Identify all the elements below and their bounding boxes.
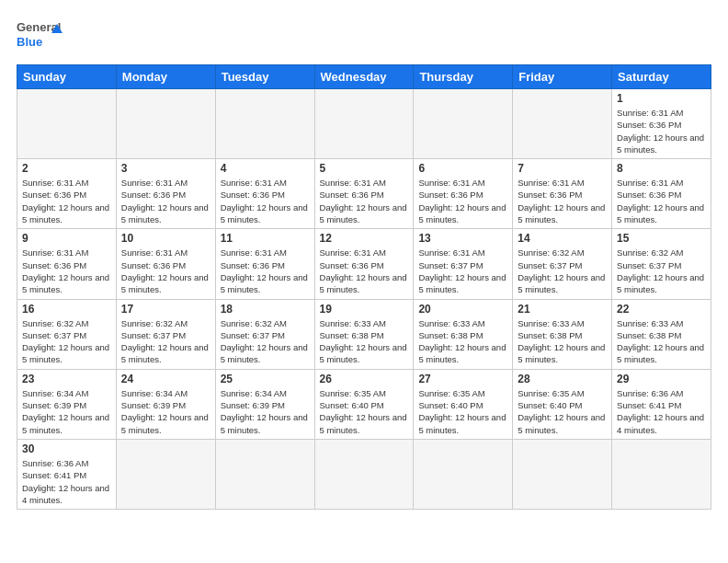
day-info: Sunrise: 6:33 AMSunset: 6:38 PMDaylight:…: [518, 317, 607, 366]
day-info: Sunrise: 6:31 AMSunset: 6:36 PMDaylight:…: [617, 177, 706, 225]
day-cell: 30Sunrise: 6:36 AMSunset: 6:41 PMDayligh…: [17, 439, 117, 509]
day-number: 8: [617, 162, 706, 175]
day-info: Sunrise: 6:33 AMSunset: 6:38 PMDaylight:…: [617, 317, 706, 366]
day-info: Sunrise: 6:32 AMSunset: 6:37 PMDaylight:…: [22, 317, 111, 366]
page: General Blue SundayMondayTuesdayWednesda…: [0, 0, 728, 563]
day-cell: 8Sunrise: 6:31 AMSunset: 6:36 PMDaylight…: [612, 159, 711, 229]
day-info: Sunrise: 6:36 AMSunset: 6:41 PMDaylight:…: [617, 387, 706, 436]
day-info: Sunrise: 6:34 AMSunset: 6:39 PMDaylight:…: [121, 387, 210, 436]
day-info: Sunrise: 6:31 AMSunset: 6:36 PMDaylight:…: [221, 247, 310, 295]
day-cell: [314, 439, 414, 509]
header: General Blue: [17, 17, 711, 55]
day-cell: [513, 439, 612, 509]
day-info: Sunrise: 6:31 AMSunset: 6:36 PMDaylight:…: [617, 107, 706, 155]
day-info: Sunrise: 6:31 AMSunset: 6:36 PMDaylight:…: [320, 177, 409, 225]
day-number: 13: [418, 232, 507, 245]
day-info: Sunrise: 6:35 AMSunset: 6:40 PMDaylight:…: [518, 387, 607, 436]
day-number: 3: [121, 162, 210, 175]
week-row-5: 23Sunrise: 6:34 AMSunset: 6:39 PMDayligh…: [17, 369, 711, 439]
weekday-sunday: Sunday: [17, 65, 117, 89]
day-cell: 5Sunrise: 6:31 AMSunset: 6:36 PMDaylight…: [314, 159, 414, 229]
day-number: 20: [418, 303, 507, 316]
day-cell: 26Sunrise: 6:35 AMSunset: 6:40 PMDayligh…: [314, 369, 414, 439]
day-number: 11: [221, 232, 310, 245]
day-number: 6: [418, 162, 507, 175]
day-number: 4: [221, 162, 310, 175]
day-cell: [414, 439, 513, 509]
weekday-thursday: Thursday: [414, 65, 513, 89]
day-info: Sunrise: 6:32 AMSunset: 6:37 PMDaylight:…: [617, 247, 706, 295]
day-info: Sunrise: 6:32 AMSunset: 6:37 PMDaylight:…: [121, 317, 210, 366]
day-number: 25: [221, 373, 310, 385]
day-info: Sunrise: 6:31 AMSunset: 6:36 PMDaylight:…: [121, 247, 210, 295]
week-row-2: 2Sunrise: 6:31 AMSunset: 6:36 PMDaylight…: [17, 159, 711, 229]
day-cell: 18Sunrise: 6:32 AMSunset: 6:37 PMDayligh…: [215, 299, 314, 369]
day-cell: [215, 439, 314, 509]
day-info: Sunrise: 6:33 AMSunset: 6:38 PMDaylight:…: [320, 317, 409, 366]
day-info: Sunrise: 6:31 AMSunset: 6:36 PMDaylight:…: [22, 177, 111, 225]
week-row-3: 9Sunrise: 6:31 AMSunset: 6:36 PMDaylight…: [17, 229, 711, 299]
day-number: 23: [22, 373, 111, 385]
day-number: 14: [518, 232, 607, 245]
logo-svg: General Blue: [17, 17, 63, 55]
day-cell: 4Sunrise: 6:31 AMSunset: 6:36 PMDaylight…: [215, 159, 314, 229]
day-info: Sunrise: 6:32 AMSunset: 6:37 PMDaylight:…: [221, 317, 310, 366]
day-cell: 24Sunrise: 6:34 AMSunset: 6:39 PMDayligh…: [116, 369, 215, 439]
day-info: Sunrise: 6:31 AMSunset: 6:36 PMDaylight:…: [320, 247, 409, 295]
day-number: 1: [617, 92, 706, 105]
week-row-6: 30Sunrise: 6:36 AMSunset: 6:41 PMDayligh…: [17, 439, 711, 509]
day-number: 10: [121, 232, 210, 245]
day-cell: 28Sunrise: 6:35 AMSunset: 6:40 PMDayligh…: [513, 369, 612, 439]
day-number: 7: [518, 162, 607, 175]
day-cell: 12Sunrise: 6:31 AMSunset: 6:36 PMDayligh…: [314, 229, 414, 299]
day-cell: [314, 89, 414, 159]
weekday-monday: Monday: [116, 65, 215, 89]
day-cell: 19Sunrise: 6:33 AMSunset: 6:38 PMDayligh…: [314, 299, 414, 369]
day-number: 9: [22, 232, 111, 245]
logo: General Blue: [17, 17, 63, 55]
day-cell: 27Sunrise: 6:35 AMSunset: 6:40 PMDayligh…: [414, 369, 513, 439]
day-cell: 11Sunrise: 6:31 AMSunset: 6:36 PMDayligh…: [215, 229, 314, 299]
day-cell: 25Sunrise: 6:34 AMSunset: 6:39 PMDayligh…: [215, 369, 314, 439]
day-cell: 10Sunrise: 6:31 AMSunset: 6:36 PMDayligh…: [116, 229, 215, 299]
day-number: 26: [320, 373, 409, 385]
day-info: Sunrise: 6:36 AMSunset: 6:41 PMDaylight:…: [22, 457, 111, 506]
day-cell: [17, 89, 117, 159]
day-cell: 13Sunrise: 6:31 AMSunset: 6:37 PMDayligh…: [414, 229, 513, 299]
day-cell: [116, 89, 215, 159]
day-number: 19: [320, 303, 409, 316]
day-number: 5: [320, 162, 409, 175]
day-number: 15: [617, 232, 706, 245]
day-cell: 15Sunrise: 6:32 AMSunset: 6:37 PMDayligh…: [612, 229, 711, 299]
svg-text:Blue: Blue: [17, 35, 42, 49]
day-cell: 9Sunrise: 6:31 AMSunset: 6:36 PMDaylight…: [17, 229, 117, 299]
day-info: Sunrise: 6:34 AMSunset: 6:39 PMDaylight:…: [221, 387, 310, 436]
day-cell: 21Sunrise: 6:33 AMSunset: 6:38 PMDayligh…: [513, 299, 612, 369]
day-info: Sunrise: 6:32 AMSunset: 6:37 PMDaylight:…: [518, 247, 607, 295]
day-info: Sunrise: 6:31 AMSunset: 6:36 PMDaylight:…: [221, 177, 310, 225]
day-number: 17: [121, 303, 210, 316]
day-info: Sunrise: 6:31 AMSunset: 6:36 PMDaylight:…: [418, 177, 507, 225]
day-cell: 7Sunrise: 6:31 AMSunset: 6:36 PMDaylight…: [513, 159, 612, 229]
week-row-4: 16Sunrise: 6:32 AMSunset: 6:37 PMDayligh…: [17, 299, 711, 369]
day-number: 22: [617, 303, 706, 316]
day-info: Sunrise: 6:33 AMSunset: 6:38 PMDaylight:…: [418, 317, 507, 366]
day-cell: [513, 89, 612, 159]
day-cell: [116, 439, 215, 509]
day-number: 24: [121, 373, 210, 385]
week-row-1: 1Sunrise: 6:31 AMSunset: 6:36 PMDaylight…: [17, 89, 711, 159]
day-number: 21: [518, 303, 607, 316]
weekday-header-row: SundayMondayTuesdayWednesdayThursdayFrid…: [17, 65, 711, 89]
day-info: Sunrise: 6:31 AMSunset: 6:36 PMDaylight:…: [518, 177, 607, 225]
day-cell: 6Sunrise: 6:31 AMSunset: 6:36 PMDaylight…: [414, 159, 513, 229]
day-info: Sunrise: 6:31 AMSunset: 6:36 PMDaylight:…: [121, 177, 210, 225]
day-number: 30: [22, 442, 111, 455]
day-cell: 2Sunrise: 6:31 AMSunset: 6:36 PMDaylight…: [17, 159, 117, 229]
day-cell: 14Sunrise: 6:32 AMSunset: 6:37 PMDayligh…: [513, 229, 612, 299]
day-cell: [215, 89, 314, 159]
day-number: 29: [617, 373, 706, 385]
day-cell: 1Sunrise: 6:31 AMSunset: 6:36 PMDaylight…: [612, 89, 711, 159]
day-number: 16: [22, 303, 111, 316]
day-info: Sunrise: 6:31 AMSunset: 6:36 PMDaylight:…: [22, 247, 111, 295]
day-info: Sunrise: 6:34 AMSunset: 6:39 PMDaylight:…: [22, 387, 111, 436]
